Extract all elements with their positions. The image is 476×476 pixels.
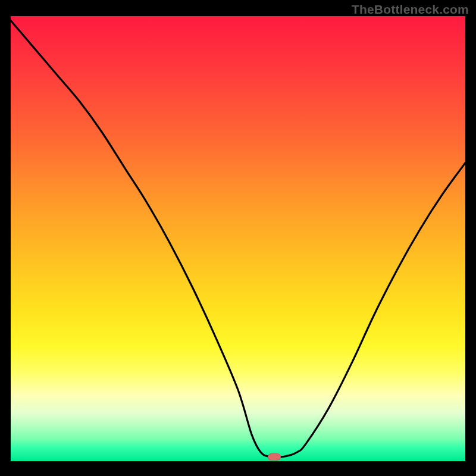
watermark-text: TheBottleneck.com [352, 2, 469, 17]
plot-area [11, 16, 465, 461]
bottleneck-curve [11, 16, 465, 461]
chart-frame: TheBottleneck.com [0, 0, 476, 476]
optimal-marker [268, 453, 281, 461]
